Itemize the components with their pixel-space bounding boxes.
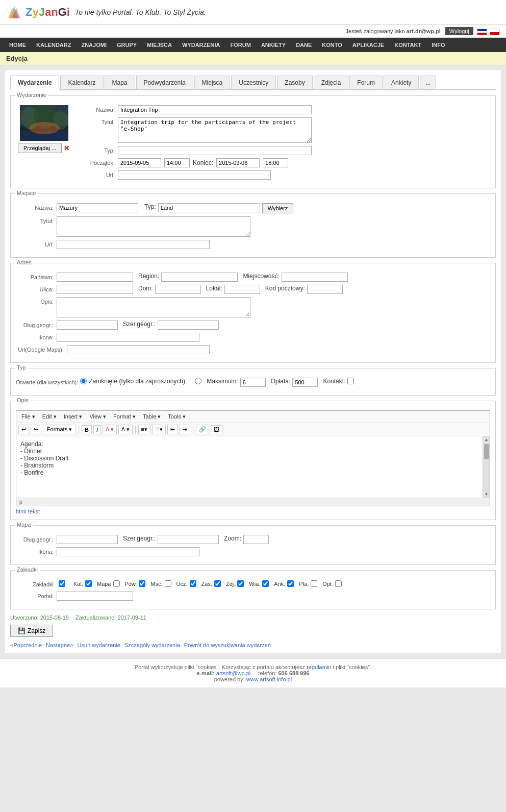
flag-uk-icon[interactable] xyxy=(477,29,487,35)
tab-podwydarzenia[interactable]: Podwydarzenia xyxy=(136,76,193,89)
regulamin-link[interactable]: regulamin xyxy=(307,664,331,670)
tab-zasoby[interactable]: Zasoby xyxy=(277,76,312,89)
ulica-input[interactable] xyxy=(57,285,133,294)
dom-input[interactable] xyxy=(155,285,201,294)
editor-menu-table[interactable]: Table ▾ xyxy=(140,412,164,421)
maksimum-input[interactable] xyxy=(240,378,266,387)
nav-kalendarz[interactable]: KALENDARZ xyxy=(31,38,76,52)
toolbar-font-color[interactable]: A ▾ xyxy=(103,425,117,434)
toolbar-italic[interactable]: I xyxy=(93,425,101,434)
adres-ikona-input[interactable] xyxy=(57,333,199,342)
scroll-thumb[interactable] xyxy=(484,444,489,459)
toolbar-bg-color[interactable]: A ▾ xyxy=(118,425,133,434)
editor-menu-view[interactable]: View ▾ xyxy=(86,412,109,421)
wia-checkbox[interactable] xyxy=(262,580,269,587)
toolbar-ul[interactable]: ≡▾ xyxy=(138,425,150,434)
save-button[interactable]: 💾 Zapisz xyxy=(10,625,53,637)
adres-opis-textarea[interactable] xyxy=(57,297,250,317)
poczatek-date-input[interactable] xyxy=(118,158,161,167)
msc-checkbox[interactable] xyxy=(165,580,171,587)
usun-link[interactable]: Usuń wydarzenie xyxy=(78,642,120,648)
pdw-checkbox[interactable] xyxy=(139,580,145,587)
toolbar-formats[interactable]: Formats ▾ xyxy=(43,425,76,434)
editor-menu-file[interactable]: File ▾ xyxy=(18,412,38,421)
toolbar-indent-in[interactable]: ⇥ xyxy=(180,425,190,434)
tab-zdjecia[interactable]: Zdjęcia xyxy=(314,76,349,89)
poczatek-time-input[interactable] xyxy=(164,158,190,167)
poprzednie-link[interactable]: <Poprzednie xyxy=(10,642,42,648)
editor-menu-edit[interactable]: Edit ▾ xyxy=(39,412,60,421)
opl-checkbox[interactable] xyxy=(335,580,342,587)
szer-input[interactable] xyxy=(158,321,219,330)
nav-forum[interactable]: FORUM xyxy=(225,38,256,52)
otwarte-radio[interactable] xyxy=(80,378,87,384)
dlug-input[interactable] xyxy=(57,321,118,330)
nav-miejsca[interactable]: MIEJSCA xyxy=(142,38,177,52)
editor-content[interactable]: Agenda: - Dinner - Discussion Draft - Br… xyxy=(16,436,483,498)
typ-input[interactable] xyxy=(118,146,312,155)
miejsce-tytul-textarea[interactable] xyxy=(57,216,250,237)
toolbar-undo[interactable]: ↩ xyxy=(18,425,29,434)
email-link[interactable]: artsoft@wp.pl xyxy=(216,670,250,676)
oplata-input[interactable] xyxy=(292,378,318,387)
ucz-checkbox[interactable] xyxy=(190,580,196,587)
tab-kalendarz[interactable]: Kalendarz xyxy=(60,76,103,89)
tab-mapa[interactable]: Mapa xyxy=(105,76,135,89)
editor-html-link[interactable]: html xyxy=(16,508,27,514)
portal-input[interactable] xyxy=(57,592,133,601)
powrot-link[interactable]: Powrót do wyszukiwania wydarzeń xyxy=(184,642,271,648)
kontakt-checkbox[interactable] xyxy=(347,378,354,384)
nav-home[interactable]: HOME xyxy=(4,38,31,52)
editor-menu-format[interactable]: Format ▾ xyxy=(110,412,139,421)
region-input[interactable] xyxy=(161,273,238,282)
pla-checkbox[interactable] xyxy=(311,580,317,587)
nav-konto[interactable]: KONTO xyxy=(317,38,347,52)
nav-aplikacje[interactable]: APLIKACJE xyxy=(347,38,389,52)
mapa-zoom-input[interactable] xyxy=(243,535,269,544)
nav-grupy[interactable]: GRUPY xyxy=(112,38,142,52)
zakladki-main-checkbox[interactable] xyxy=(59,580,65,587)
tytul-textarea[interactable]: Integration trip for the participants of… xyxy=(118,117,312,143)
editor-vscroll[interactable]: ▲ ▼ xyxy=(483,436,490,498)
mapa-ikona-input[interactable] xyxy=(57,547,199,556)
koniec-date-input[interactable] xyxy=(216,158,260,167)
kal-checkbox[interactable] xyxy=(85,580,92,587)
tab-forum[interactable]: Forum xyxy=(349,76,383,89)
tab-more[interactable]: ... xyxy=(420,76,436,89)
przegladaj-button[interactable]: Przeglądaj ... xyxy=(18,143,62,153)
miejscowosc-input[interactable] xyxy=(282,273,348,282)
logout-button[interactable]: Wyloguj xyxy=(445,27,473,35)
nazwa-input[interactable] xyxy=(118,105,312,114)
tab-ankiety[interactable]: Ankiety xyxy=(384,76,419,89)
miejsce-nazwa-input[interactable] xyxy=(57,203,138,212)
ank-checkbox[interactable] xyxy=(287,580,294,587)
miejsce-url-input[interactable] xyxy=(57,240,210,249)
toolbar-ol[interactable]: ≣▾ xyxy=(152,425,166,434)
wybierz-button[interactable]: Wybierz xyxy=(262,203,294,213)
toolbar-image[interactable]: 🖼 xyxy=(211,425,222,434)
editor-tekst-link[interactable]: tekst xyxy=(28,508,40,514)
kod-input[interactable] xyxy=(307,285,343,294)
editor-menu-tools[interactable]: Tools ▾ xyxy=(165,412,189,421)
koniec-time-input[interactable] xyxy=(263,158,288,167)
zas-checkbox[interactable] xyxy=(214,580,221,587)
panstwo-input[interactable] xyxy=(57,273,133,282)
toolbar-redo[interactable]: ↪ xyxy=(31,425,41,434)
tab-uczestnicy[interactable]: Uczestnicy xyxy=(231,76,276,89)
nav-znajomi[interactable]: ZNAJOMI xyxy=(76,38,112,52)
toolbar-bold[interactable]: B xyxy=(82,425,92,434)
url-maps-input[interactable] xyxy=(67,345,210,354)
username-link[interactable]: art.dr@wp.pl xyxy=(407,28,441,34)
nav-kontakt[interactable]: KONTAKT xyxy=(389,38,426,52)
nav-dane[interactable]: DANE xyxy=(291,38,317,52)
zdj-checkbox[interactable] xyxy=(237,580,244,587)
nav-wydarzenia[interactable]: WYDARZENIA xyxy=(177,38,225,52)
miejsce-typ-input[interactable] xyxy=(158,203,260,212)
mapa-dlug-input[interactable] xyxy=(57,535,118,544)
scroll-down-arrow[interactable]: ▼ xyxy=(484,491,490,498)
szczegoly-link[interactable]: Szczegóły wydarzenia xyxy=(124,642,180,648)
flag-pl-icon[interactable] xyxy=(490,29,500,35)
url-input[interactable] xyxy=(118,170,271,180)
lokal-input[interactable] xyxy=(224,285,260,294)
editor-menu-insert[interactable]: Insert ▾ xyxy=(61,412,86,421)
